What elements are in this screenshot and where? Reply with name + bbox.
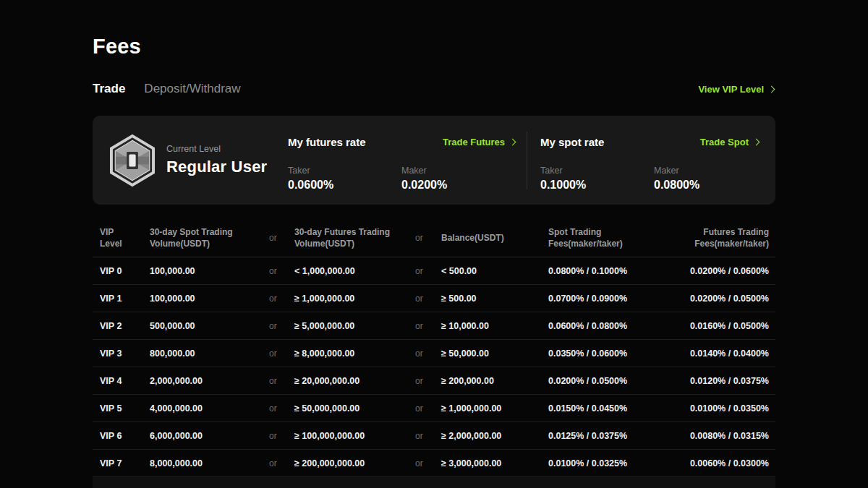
- cell-vip-level: VIP 5: [100, 403, 150, 414]
- cell-vip-level: VIP 4: [100, 376, 150, 386]
- cell-vip-level: VIP 3: [100, 348, 150, 359]
- cell-balance: ≥ 200,000.00: [441, 376, 548, 386]
- chevron-right-icon: [509, 139, 516, 146]
- cell-futures-fees: 0.0120% / 0.0375%: [676, 376, 769, 386]
- cell-futures-fees: 0.0060% / 0.0300%: [676, 458, 769, 468]
- futures-taker-label: Taker: [288, 166, 401, 176]
- cell-balance: ≥ 10,000.00: [441, 321, 548, 331]
- cell-spot-volume: 4,000,000.00: [150, 403, 269, 414]
- table-row: VIP 1 100,000.00 or ≥ 1,000,000.00 or ≥ …: [93, 285, 775, 312]
- spot-taker-label: Taker: [540, 166, 654, 176]
- futures-maker-value: 0.0200%: [401, 179, 515, 192]
- cell-spot-fees: 0.0150% / 0.0450%: [548, 403, 676, 414]
- cell-futures-volume: ≥ 100,000,000.00: [294, 431, 415, 441]
- spot-rate-title: My spot rate: [540, 136, 604, 148]
- cell-spot-volume: 500,000.00: [150, 321, 269, 331]
- cell-spot-volume: 800,000.00: [150, 348, 269, 359]
- cell-futures-volume: ≥ 8,000,000.00: [294, 348, 415, 359]
- table-row: VIP 5 4,000,000.00 or ≥ 50,000,000.00 or…: [93, 395, 775, 422]
- cell-or-2: or: [415, 294, 441, 304]
- cell-or-1: or: [269, 431, 294, 441]
- cell-futures-volume: ≥ 200,000,000.00: [294, 458, 415, 468]
- header-vip-level: VIP Level: [100, 226, 150, 249]
- cell-balance: ≥ 2,000,000.00: [441, 431, 548, 441]
- fee-table-header: VIP Level 30-day Spot Trading Volume(USD…: [93, 219, 775, 257]
- cell-futures-fees: 0.0080% / 0.0315%: [676, 431, 769, 441]
- spot-maker-value: 0.0800%: [654, 179, 767, 192]
- cell-spot-fees: 0.0600% / 0.0800%: [548, 321, 676, 331]
- fee-table-body: VIP 0 100,000.00 or < 1,000,000.00 or < …: [93, 257, 775, 477]
- cell-or-2: or: [415, 458, 441, 468]
- cell-or-2: or: [415, 348, 441, 359]
- cell-or-2: or: [415, 266, 441, 276]
- cell-futures-volume: ≥ 20,000,000.00: [294, 376, 415, 386]
- cell-or-1: or: [269, 376, 294, 386]
- header-spot-volume: 30-day Spot Trading Volume(USDT): [150, 226, 269, 249]
- spot-maker-label: Maker: [654, 166, 767, 176]
- cell-futures-fees: 0.0100% / 0.0350%: [676, 403, 769, 414]
- cell-spot-fees: 0.0700% / 0.0900%: [548, 294, 676, 304]
- view-vip-level-link[interactable]: View VIP Level: [698, 84, 775, 95]
- header-spot-fees: Spot Trading Fees(maker/taker): [548, 226, 676, 249]
- table-row: VIP 6 6,000,000.00 or ≥ 100,000,000.00 o…: [93, 422, 775, 450]
- cell-spot-fees: 0.0800% / 0.1000%: [548, 266, 676, 276]
- cell-futures-fees: 0.0160% / 0.0500%: [676, 321, 769, 331]
- cell-or-2: or: [415, 431, 441, 441]
- cell-or-1: or: [269, 403, 294, 414]
- cell-spot-fees: 0.0125% / 0.0375%: [548, 431, 676, 441]
- cell-futures-fees: 0.0200% / 0.0600%: [676, 266, 769, 276]
- cell-balance: < 500.00: [441, 266, 548, 276]
- cell-balance: ≥ 50,000.00: [441, 348, 548, 359]
- trade-futures-label: Trade Futures: [443, 137, 505, 147]
- cell-balance: ≥ 1,000,000.00: [441, 403, 548, 414]
- cell-futures-volume: ≥ 50,000,000.00: [294, 403, 415, 414]
- cell-spot-volume: 100,000.00: [150, 294, 269, 304]
- level-badge-icon: [109, 134, 156, 187]
- cell-spot-volume: 6,000,000.00: [150, 431, 269, 441]
- cell-vip-level: VIP 2: [100, 321, 150, 331]
- cell-or-1: or: [269, 266, 294, 276]
- trade-spot-label: Trade Spot: [700, 137, 749, 147]
- tab-trade[interactable]: Trade: [93, 82, 125, 96]
- table-row: VIP 7 8,000,000.00 or ≥ 200,000,000.00 o…: [93, 450, 775, 477]
- header-balance: Balance(USDT): [441, 232, 548, 244]
- trade-spot-link[interactable]: Trade Spot: [700, 137, 760, 147]
- spot-rate-section: My spot rate Trade Spot Taker 0.1000% Ma…: [540, 136, 760, 192]
- card-vertical-divider: [527, 132, 527, 189]
- trade-futures-link[interactable]: Trade Futures: [443, 137, 516, 147]
- cell-futures-fees: 0.0200% / 0.0500%: [676, 294, 769, 304]
- current-level-label: Current Level: [166, 144, 267, 154]
- current-level-block: Current Level Regular User: [93, 134, 288, 187]
- cell-vip-level: VIP 7: [100, 458, 150, 468]
- header-or-2: or: [415, 232, 441, 244]
- table-row: VIP 3 800,000.00 or ≥ 8,000,000.00 or ≥ …: [93, 340, 775, 367]
- table-row: VIP 2 500,000.00 or ≥ 5,000,000.00 or ≥ …: [93, 312, 775, 340]
- cell-or-1: or: [269, 321, 294, 331]
- fees-page: Fees Trade Deposit/Withdraw View VIP Lev…: [0, 0, 868, 488]
- cell-futures-volume: ≥ 5,000,000.00: [294, 321, 415, 331]
- futures-rate-section: My futures rate Trade Futures Taker 0.06…: [288, 136, 516, 192]
- cell-spot-volume: 100,000.00: [150, 266, 269, 276]
- cell-balance: ≥ 3,000,000.00: [441, 458, 548, 468]
- cell-spot-volume: 8,000,000.00: [150, 458, 269, 468]
- cell-futures-fees: 0.0140% / 0.0400%: [676, 348, 769, 359]
- cell-futures-volume: ≥ 1,000,000.00: [294, 294, 415, 304]
- cell-futures-volume: < 1,000,000.00: [294, 266, 415, 276]
- header-or-1: or: [269, 232, 294, 244]
- cell-spot-fees: 0.0350% / 0.0600%: [548, 348, 676, 359]
- cell-or-2: or: [415, 403, 441, 414]
- tab-bar: Trade Deposit/Withdraw View VIP Level: [93, 80, 775, 98]
- cell-balance: ≥ 500.00: [441, 294, 548, 304]
- vip-fee-table: VIP Level 30-day Spot Trading Volume(USD…: [93, 219, 775, 488]
- cell-vip-level: VIP 1: [100, 294, 150, 304]
- cell-or-1: or: [269, 294, 294, 304]
- cell-or-2: or: [415, 321, 441, 331]
- tab-deposit-withdraw[interactable]: Deposit/Withdraw: [144, 82, 240, 96]
- page-title: Fees: [93, 35, 775, 58]
- chevron-right-icon: [753, 139, 760, 146]
- cell-spot-volume: 2,000,000.00: [150, 376, 269, 386]
- partial-next-row: [93, 477, 775, 488]
- futures-rate-title: My futures rate: [288, 136, 366, 148]
- view-vip-level-label: View VIP Level: [698, 84, 764, 95]
- header-futures-volume: 30-day Futures Trading Volume(USDT): [294, 226, 415, 249]
